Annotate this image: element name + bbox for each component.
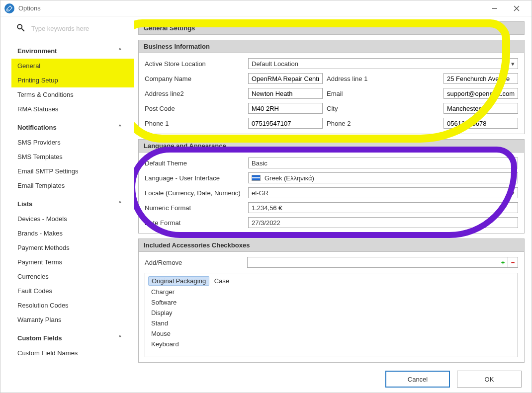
nav-item[interactable]: Payment Terms	[11, 255, 134, 269]
addr2-field[interactable]	[248, 88, 323, 99]
label-phone1: Phone 1	[145, 120, 244, 127]
cancel-button[interactable]: Cancel	[385, 371, 450, 388]
nav-item[interactable]: SMS Providers	[11, 135, 134, 150]
svg-point-4	[17, 24, 22, 29]
label-add-remove: Add/Remove	[145, 259, 242, 266]
accessory-item[interactable]: Keyboard	[148, 340, 182, 348]
ok-button[interactable]: OK	[457, 371, 522, 388]
accessory-item[interactable]: Charger	[148, 288, 177, 296]
app-icon	[4, 3, 14, 13]
chevron-down-icon: ▾	[511, 60, 515, 68]
label-email: Email	[327, 90, 440, 97]
phone2-field[interactable]	[443, 118, 518, 129]
accessories-group: Included Accessories Checkboxes Add/Remo…	[138, 238, 525, 363]
label-city: City	[327, 105, 440, 112]
search-icon	[16, 23, 25, 34]
label-phone2: Phone 2	[327, 120, 440, 127]
nav-section-header[interactable]: Notifications˄	[11, 119, 134, 135]
ui-language-select[interactable]: Greek (Ελληνικά) ▾	[248, 172, 518, 183]
label-ui-lang: Language - User Interface	[145, 174, 244, 182]
svg-point-0	[8, 9, 8, 10]
accessories-heading: Included Accessories Checkboxes	[139, 239, 524, 252]
footer: Cancel OK	[0, 366, 532, 393]
window-title: Options	[18, 4, 41, 12]
accessory-item[interactable]: Display	[148, 309, 176, 317]
label-datefmt: Date Format	[145, 219, 244, 227]
options-window: Options Environment˄GeneralPrinting Setu…	[0, 0, 532, 393]
nav-item[interactable]: Email Templates	[11, 178, 134, 193]
nav-item[interactable]: Custom Field Names	[11, 346, 134, 360]
nav-item[interactable]: RMA Statuses	[11, 102, 134, 116]
sidebar: Environment˄GeneralPrinting SetupTerms &…	[0, 16, 134, 366]
search-input[interactable]	[30, 24, 115, 33]
label-addr2: Address line2	[145, 90, 244, 97]
label-numfmt: Numeric Format	[145, 204, 244, 212]
label-locale: Locale (Currency, Date, Numeric)	[145, 189, 244, 197]
business-info-heading: Business Information	[139, 40, 524, 53]
nav-section-header[interactable]: Environment˄	[11, 43, 134, 59]
remove-accessory-button[interactable]: −	[508, 257, 518, 268]
main-panel: General Settings Business Information Ac…	[134, 16, 532, 366]
numeric-format-display: 1.234,56 €	[248, 202, 518, 213]
active-store-select[interactable]: Default Location ▾	[248, 58, 518, 69]
city-field[interactable]	[443, 103, 518, 114]
nav-item[interactable]: Fault Codes	[11, 284, 134, 298]
label-postcode: Post Code	[145, 105, 244, 112]
chevron-up-icon: ˄	[116, 334, 124, 342]
svg-line-5	[22, 29, 24, 31]
accessory-item[interactable]: Original Packaging	[148, 276, 209, 286]
nav-item[interactable]: Currencies	[11, 269, 134, 284]
language-heading: Language and Appearance	[139, 140, 524, 153]
accessory-input[interactable]	[247, 257, 498, 268]
nav-item[interactable]: General	[11, 59, 134, 73]
accessories-list[interactable]: Original Packaging CaseChargerSoftwareDi…	[145, 273, 518, 357]
business-info-group: Business Information Active Store Locati…	[138, 40, 525, 134]
nav-section-header[interactable]: Custom Fields˄	[11, 330, 134, 346]
titlebar: Options	[0, 0, 532, 16]
close-button[interactable]	[506, 0, 528, 16]
label-active-store: Active Store Location	[145, 60, 244, 68]
chevron-down-icon: ▾	[511, 189, 515, 197]
email-field[interactable]	[443, 88, 518, 99]
nav-item[interactable]: Payment Methods	[11, 240, 134, 255]
nav-item[interactable]: SMS Templates	[11, 150, 134, 164]
nav-item[interactable]: Email SMTP Settings	[11, 164, 134, 178]
add-accessory-button[interactable]: +	[498, 257, 508, 268]
search-row	[16, 23, 134, 34]
chevron-up-icon: ˄	[116, 123, 124, 131]
nav-item[interactable]: Devices - Models	[11, 212, 134, 226]
nav-item[interactable]: Warranty Plans	[11, 313, 134, 327]
accessory-item[interactable]: Mouse	[148, 329, 174, 338]
nav-item[interactable]: Resolution Codes	[11, 298, 134, 313]
label-theme: Default Theme	[145, 159, 244, 167]
label-company: Company Name	[145, 75, 244, 82]
chevron-up-icon: ˄	[116, 200, 124, 208]
date-format-display: 27/3/2022	[248, 217, 518, 228]
postcode-field[interactable]	[248, 103, 323, 114]
minimize-button[interactable]	[484, 0, 506, 16]
theme-select[interactable]: Basic ▾	[248, 157, 518, 168]
company-field[interactable]	[248, 73, 323, 84]
nav-item[interactable]: Printing Setup	[11, 73, 134, 87]
chevron-down-icon: ▾	[511, 174, 515, 182]
phone1-field[interactable]	[248, 118, 323, 129]
locale-select[interactable]: el-GR ▾	[248, 187, 518, 198]
nav-item[interactable]: Brands - Makes	[11, 226, 134, 240]
general-settings-header: General Settings	[138, 21, 525, 35]
accessory-item[interactable]: Stand	[148, 319, 171, 327]
nav-section-header[interactable]: Lists˄	[11, 196, 134, 212]
chevron-up-icon: ˄	[116, 47, 124, 55]
label-addr1: Address line 1	[327, 75, 440, 82]
language-appearance-group: Language and Appearance Default Theme Ba…	[138, 139, 525, 234]
addr1-field[interactable]	[443, 73, 518, 84]
chevron-down-icon: ▾	[511, 159, 515, 167]
accessory-item[interactable]: Software	[148, 298, 179, 307]
accessory-item[interactable]: Case	[211, 277, 232, 285]
greek-flag-icon	[252, 175, 261, 181]
nav-item[interactable]: Terms & Conditions	[11, 87, 134, 102]
